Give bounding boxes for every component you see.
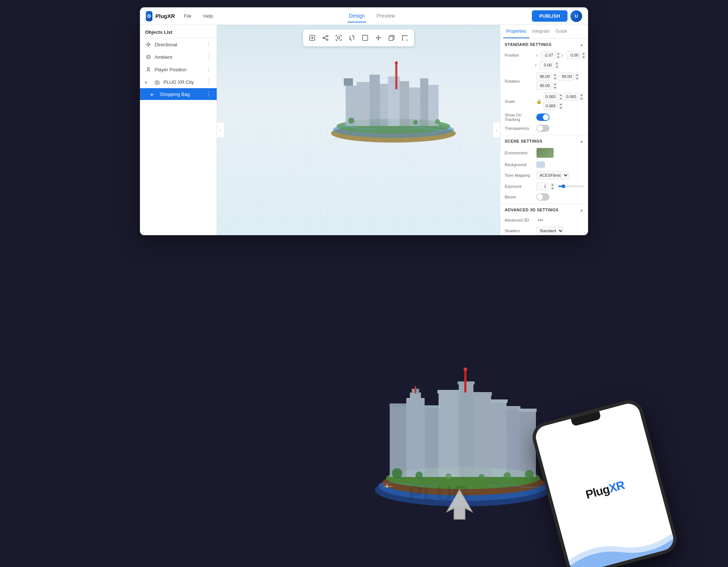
player-more[interactable]: ⋮ — [206, 67, 212, 72]
city-more[interactable]: ⋮ — [206, 79, 212, 85]
tab-guide[interactable]: Guide — [552, 25, 570, 38]
scale-z-down[interactable]: ▼ — [559, 106, 563, 110]
position-y-input[interactable] — [566, 51, 580, 59]
sidebar-item-player-position[interactable]: Player Position ⋮ — [140, 63, 217, 76]
avatar[interactable]: U — [570, 10, 582, 22]
scale-y-stepper[interactable]: ▲ ▼ — [579, 93, 584, 100]
scale-y-down[interactable]: ▼ — [579, 97, 584, 100]
exposure-slider-track[interactable] — [558, 186, 584, 187]
position-z-input[interactable] — [540, 61, 554, 69]
standard-settings-header[interactable]: STANDARD SETTINGS ▲ — [500, 39, 588, 50]
menu-file[interactable]: File — [181, 12, 194, 20]
scale-x-up[interactable]: ▲ — [559, 93, 563, 97]
environment-row: Environment — [500, 146, 588, 159]
tab-properties[interactable]: Properties — [503, 25, 529, 38]
ambient-icon — [145, 54, 152, 60]
svg-marker-29 — [378, 39, 379, 40]
vp-duplicate-button[interactable] — [385, 32, 398, 44]
rot-x-up[interactable]: ▲ — [553, 73, 557, 76]
svg-rect-59 — [390, 405, 406, 477]
scale-lock-icon[interactable]: 🔒 — [536, 99, 541, 104]
rot-z-up[interactable]: ▲ — [553, 82, 557, 86]
scale-z-up[interactable]: ▲ — [559, 103, 563, 106]
position-x-input[interactable] — [541, 51, 555, 59]
pos-y-up[interactable]: ▲ — [581, 52, 586, 55]
rotation-x-stepper[interactable]: ▲ ▼ — [553, 73, 557, 80]
vp-move-button[interactable] — [372, 32, 385, 44]
svg-point-86 — [446, 473, 451, 479]
exp-down[interactable]: ▼ — [550, 187, 555, 190]
directional-more[interactable]: ⋮ — [206, 42, 212, 47]
scale-y-input[interactable] — [564, 93, 578, 101]
ambient-more[interactable]: ⋮ — [206, 54, 212, 60]
transparency-toggle[interactable] — [536, 125, 549, 132]
vp-focus-button[interactable] — [332, 32, 345, 44]
collapse-left-button[interactable]: ‹ — [217, 123, 224, 137]
rotation-x-input[interactable] — [536, 72, 552, 80]
collapse-right-button[interactable]: › — [493, 123, 500, 137]
advanced-3d-more[interactable]: ••• — [536, 216, 545, 224]
scale-z-stepper[interactable]: ▲ ▼ — [559, 103, 563, 110]
tone-mapping-select[interactable]: ACESFilmic Linear Reinhard Cineon — [536, 171, 569, 179]
rot-z-down[interactable]: ▼ — [553, 86, 557, 89]
shopping-bag-label: Shopping Bag — [160, 91, 203, 97]
pos-y-label: y — [562, 53, 565, 57]
svg-rect-65 — [415, 386, 416, 394]
sidebar-item-plug-xr-city[interactable]: ▶ PLUG XR City ⋮ — [140, 76, 217, 88]
vp-share-button[interactable] — [319, 32, 332, 44]
rot-y-down[interactable]: ▼ — [575, 77, 579, 80]
shaders-select[interactable]: Standard Unlit PBR — [536, 227, 564, 235]
scale-y-up[interactable]: ▲ — [579, 93, 584, 97]
scale-x-down[interactable]: ▼ — [559, 97, 563, 100]
sidebar-item-directional[interactable]: Directional ⋮ — [140, 38, 217, 51]
sidebar-item-ambient[interactable]: Ambient ⋮ — [140, 51, 217, 63]
vp-rotate-button[interactable] — [346, 32, 358, 44]
svg-rect-77 — [490, 399, 508, 403]
menu-bar: File Help — [181, 12, 216, 20]
position-x-stepper[interactable]: ▲ ▼ — [556, 52, 561, 59]
position-y-stepper[interactable]: ▲ ▼ — [581, 52, 586, 59]
exposure-stepper[interactable]: ▲ ▼ — [550, 183, 555, 190]
vp-fullscreen-button[interactable] — [359, 32, 371, 44]
pos-y-down[interactable]: ▼ — [581, 55, 586, 59]
viewport[interactable]: ‹ › — [217, 25, 500, 235]
tab-design[interactable]: Design — [347, 10, 367, 22]
scale-z-input[interactable] — [544, 102, 558, 110]
rotation-z-input[interactable] — [536, 82, 552, 90]
exp-up[interactable]: ▲ — [550, 183, 555, 186]
advanced-settings-header[interactable]: ADVANCED 3D SETTINGS ▲ — [500, 204, 588, 215]
background-swatch[interactable] — [536, 161, 545, 168]
vp-add-button[interactable] — [306, 32, 318, 44]
pos-z-down[interactable]: ▼ — [555, 65, 559, 69]
show-tracking-toggle[interactable] — [536, 114, 549, 121]
expand-arrow-bag[interactable]: ▶ — [151, 92, 157, 96]
rotation-y-stepper[interactable]: ▲ ▼ — [575, 73, 579, 80]
svg-rect-74 — [473, 394, 491, 477]
pos-z-label: z — [535, 63, 538, 67]
svg-rect-69 — [437, 390, 460, 394]
expand-arrow-city[interactable]: ▶ — [145, 80, 151, 84]
pos-x-up[interactable]: ▲ — [556, 52, 561, 55]
scale-x-stepper[interactable]: ▲ ▼ — [559, 93, 563, 100]
rot-y-up[interactable]: ▲ — [575, 73, 579, 76]
pos-x-down[interactable]: ▼ — [556, 55, 561, 59]
publish-button[interactable]: PUBLISH — [532, 10, 567, 22]
tab-preview[interactable]: Preview — [375, 10, 396, 22]
rot-x-down[interactable]: ▼ — [553, 77, 557, 80]
vp-corner-button[interactable] — [399, 32, 411, 44]
standard-chevron: ▲ — [580, 43, 584, 47]
tab-integrate[interactable]: Integrate — [529, 25, 552, 38]
scene-settings-header[interactable]: SCENE SETTINGS ▲ — [500, 135, 588, 146]
rotation-y-input[interactable] — [558, 72, 574, 80]
sidebar-item-shopping-bag[interactable]: ▶ Shopping Bag ⋮ — [140, 88, 217, 100]
exposure-input[interactable] — [536, 182, 548, 190]
pos-z-up[interactable]: ▲ — [555, 62, 559, 65]
position-row: Position x ▲ ▼ y ▲ ▼ — [500, 50, 588, 61]
rotation-z-stepper[interactable]: ▲ ▼ — [553, 82, 557, 89]
svg-rect-8 — [155, 81, 156, 84]
bloom-toggle[interactable] — [536, 193, 549, 201]
environment-thumbnail[interactable] — [536, 148, 554, 158]
shopping-bag-more[interactable]: ⋮ — [206, 91, 212, 97]
position-z-stepper[interactable]: ▲ ▼ — [555, 62, 559, 69]
scale-x-input[interactable] — [544, 93, 558, 101]
